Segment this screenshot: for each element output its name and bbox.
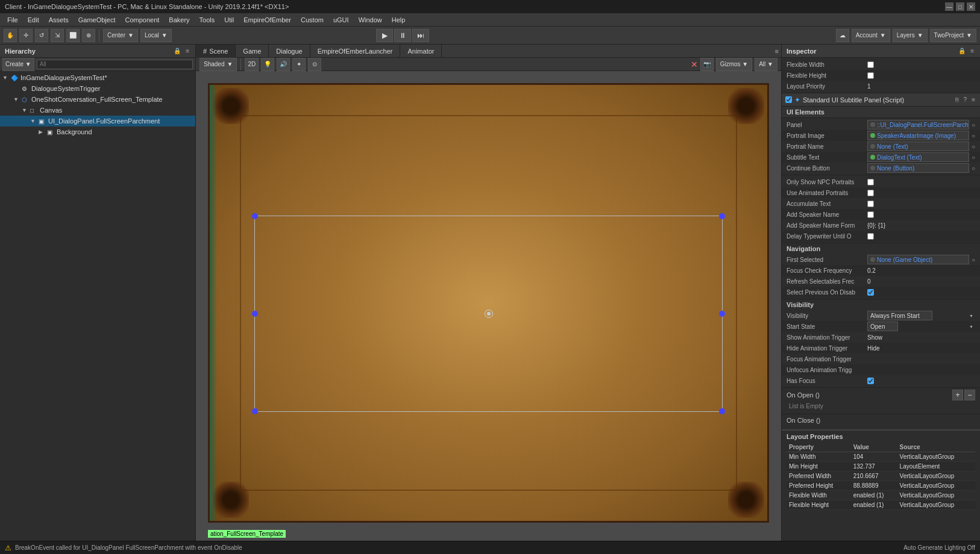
subtitle-text-circle[interactable]: ○ [972,154,975,161]
hierarchy-search-input[interactable] [37,60,193,69]
menu-ugui[interactable]: uGUI [328,15,354,25]
menu-component[interactable]: Component [120,15,164,25]
script-help-button[interactable]: ? [963,96,969,103]
has-focus-checkbox[interactable] [867,378,874,384]
fx-button[interactable]: ✦ [292,58,306,71]
tab-scene[interactable]: # Scene [196,45,236,58]
script-menu-button[interactable]: ≡ [970,96,976,103]
select-previous-checkbox[interactable] [867,289,874,296]
use-animated-checkbox[interactable] [867,190,874,196]
hierarchy-menu-button[interactable]: ≡ [184,48,190,54]
tab-dialogue[interactable]: Dialogue [269,45,310,58]
hierarchy-create-button[interactable]: Create ▼ [2,58,34,71]
audio-button[interactable]: 🔊 [277,58,290,71]
menu-file[interactable]: File [2,15,23,25]
handle-br[interactable] [719,408,725,414]
tree-label: DialogueSystemTrigger [31,85,101,92]
camera-button[interactable]: 📷 [700,58,714,71]
center-dropdown[interactable]: Center▼ [103,29,138,42]
continue-button-ref-field[interactable]: None (Button) [867,163,969,173]
account-dropdown[interactable]: Account▼ [852,29,890,42]
on-open-add-button[interactable]: + [952,390,963,400]
hidden-button[interactable]: ⊙ [308,58,321,71]
tree-label: Background [57,128,92,135]
window-controls[interactable]: — □ ✕ [945,2,975,11]
tree-item-dialogpanel[interactable]: ▼ ▣ UI_DialogPanel.FullScreenParchment [0,116,195,126]
start-state-dropdown[interactable]: Open [867,322,898,331]
tree-item-canvas[interactable]: ▼ □ Canvas [0,105,195,116]
tree-item-oneshot[interactable]: ▼ ⬡ OneShotConversation_FullScreen_Templ… [0,94,195,105]
hierarchy-toolbar: Create ▼ [0,58,195,71]
portrait-image-circle[interactable]: ○ [972,132,975,139]
cloud-button[interactable]: ☁ [836,29,849,42]
menu-empireofember[interactable]: EmpireOfEmber [239,15,296,25]
local-dropdown[interactable]: Local▼ [140,29,172,42]
menu-window[interactable]: Window [354,15,387,25]
only-show-npc-checkbox[interactable] [867,179,874,185]
tab-animator[interactable]: Animator [400,45,442,58]
transform-tool-button[interactable]: ⊕ [82,29,95,42]
maximize-button[interactable]: □ [956,2,964,11]
handle-ml[interactable] [252,311,258,317]
minimize-button[interactable]: — [945,2,953,11]
add-speaker-name-checkbox[interactable] [867,211,874,218]
script-enable-checkbox[interactable] [785,96,792,103]
delay-typewriter-checkbox[interactable] [867,233,874,240]
uipanel-icon: ▣ [39,118,47,125]
rotate-tool-button[interactable]: ↺ [35,29,48,42]
portrait-name-ref-field[interactable]: None (Text) [867,142,969,151]
menu-custom[interactable]: Custom [296,15,328,25]
on-open-remove-button[interactable]: − [964,390,975,400]
subtitle-text-ref-field[interactable]: DialogText (Text) [867,152,969,162]
menu-help[interactable]: Help [387,15,410,25]
move-tool-button[interactable]: ✛ [19,29,33,42]
tree-item-trigger[interactable]: ⚙ DialogueSystemTrigger [0,83,195,94]
close-scene-icon[interactable]: ✕ [691,60,698,69]
scale-tool-button[interactable]: ⇲ [51,29,64,42]
2d-button[interactable]: 2D [245,58,259,71]
first-selected-ref-field[interactable]: None (Game Object) [867,255,969,264]
pivot-indicator [485,310,493,318]
layers-dropdown[interactable]: Layers▼ [893,29,928,42]
menu-util[interactable]: Util [219,15,239,25]
menu-gameobject[interactable]: GameObject [74,15,121,25]
menu-tools[interactable]: Tools [195,15,220,25]
portrait-image-ref-field[interactable]: SpeakerAvatarImage (Image) [867,131,969,140]
portrait-name-circle[interactable]: ○ [972,143,975,150]
panel-ref-field[interactable]: ::UI_DialogPanel.FullScreenParchm [867,120,969,129]
inspector-lock-button[interactable]: 🔒 [957,48,967,54]
pause-button[interactable]: ⏸ [394,29,411,42]
menu-edit[interactable]: Edit [23,15,44,25]
play-button[interactable]: ▶ [376,29,393,42]
tree-item-background[interactable]: ▶ ▣ Background [0,126,195,137]
continue-button-circle[interactable]: ○ [972,165,975,172]
panel-ref-circle[interactable]: ○ [972,122,975,128]
flexible-height-checkbox[interactable] [867,72,874,79]
close-button[interactable]: ✕ [967,2,975,11]
all-dropdown[interactable]: All ▼ [755,58,777,71]
hand-tool-button[interactable]: ✋ [4,29,17,42]
project-dropdown[interactable]: TwoProject▼ [930,29,976,42]
menu-bakery[interactable]: Bakery [164,15,194,25]
visibility-dropdown[interactable]: Always From Start [867,311,932,320]
gizmos-dropdown[interactable]: Gizmos ▼ [716,58,753,71]
menu-assets[interactable]: Assets [44,15,74,25]
lighting-button[interactable]: 💡 [261,58,274,71]
script-copy-button[interactable]: ⎘ [954,96,960,103]
flexible-width-checkbox[interactable] [867,61,874,68]
scene-tab-menu[interactable]: ≡ [775,48,781,55]
handle-mr[interactable] [719,311,725,317]
accumulate-text-checkbox[interactable] [867,201,874,207]
tab-game[interactable]: Game [236,45,269,58]
tree-item-ingame[interactable]: ▼ 🔷 InGameDialogueSystemTest* [0,72,195,83]
inspector-menu-button[interactable]: ≡ [969,48,975,54]
rect-tool-button[interactable]: ⬜ [66,29,80,42]
step-button[interactable]: ⏭ [412,29,429,42]
tab-ember-launcher[interactable]: EmpireOfEmberLauncher [310,45,401,58]
shaded-dropdown[interactable]: Shaded▼ [199,58,237,71]
first-selected-circle[interactable]: ○ [972,257,975,263]
handle-tl[interactable] [252,213,258,219]
tree-arrow: ▼ [2,75,10,81]
handle-bl[interactable] [252,408,258,414]
hierarchy-lock-button[interactable]: 🔒 [172,48,182,54]
